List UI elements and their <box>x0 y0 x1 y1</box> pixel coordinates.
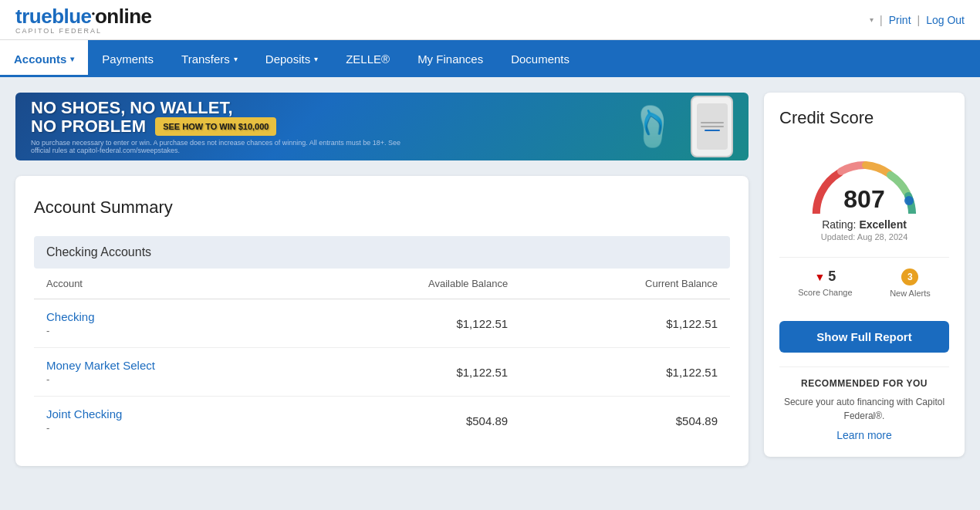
logo-text: trueblue●online <box>15 5 151 29</box>
banner-disclaimer: No purchase necessary to enter or win. A… <box>31 139 401 154</box>
updated-prefix: Updated: <box>821 232 856 241</box>
account-summary-card: Account Summary Checking Accounts Accoun… <box>15 176 749 466</box>
available-balance-2: $504.89 <box>296 397 521 445</box>
nav-arrow-accounts: ▾ <box>70 55 74 63</box>
score-change-number: 5 <box>828 269 836 285</box>
nav-label-my-finances: My Finances <box>417 52 483 66</box>
banner-right: 🩴 <box>629 96 733 157</box>
separator-1: | <box>880 14 883 26</box>
gauge-container: 807 Rating: Excellent Updated: Aug 28, 2… <box>779 140 949 246</box>
account-link-2[interactable]: Joint Checking <box>46 397 296 422</box>
print-link[interactable]: Print <box>889 14 911 26</box>
checking-accounts-header: Checking Accounts <box>34 236 730 269</box>
updated-text: Updated: Aug 28, 2024 <box>821 232 908 241</box>
new-alerts-stat: 3 New Alerts <box>890 269 931 298</box>
nav-label-payments: Payments <box>102 52 154 66</box>
svg-point-0 <box>904 196 914 205</box>
top-actions: ▾ | Print | Log Out <box>870 14 965 26</box>
main-content: NO SHOES, NO WALLET, NO PROBLEM SEE HOW … <box>0 77 980 481</box>
nav-item-deposits[interactable]: Deposits ▾ <box>252 40 332 77</box>
table-row: Money Market Select - $1,122.51 $1,122.5… <box>34 348 730 397</box>
recommended-section: RECOMMENDED FOR YOU Secure your auto fin… <box>779 366 949 441</box>
score-change-value-group: ▼ 5 <box>814 269 836 285</box>
account-link-1[interactable]: Money Market Select <box>46 348 296 373</box>
col-header-account: Account <box>34 269 296 299</box>
nav-item-accounts[interactable]: Accounts ▾ <box>0 40 88 77</box>
nav-label-zelle: ZELLE® <box>346 52 390 66</box>
separator-2: | <box>917 14 921 26</box>
account-sub-2: - <box>46 422 296 444</box>
account-link-0[interactable]: Checking <box>46 299 296 325</box>
col-header-available: Available Balance <box>296 269 521 299</box>
gauge-visual: 807 <box>803 148 926 214</box>
rating-label: Rating: <box>822 218 856 231</box>
new-alerts-label: New Alerts <box>890 289 931 298</box>
credit-score-number: 807 <box>843 185 884 214</box>
nav-label-transfers: Transfers <box>181 52 230 66</box>
score-stats: ▼ 5 Score Change 3 New Alerts <box>779 257 949 309</box>
nav-arrow-transfers: ▾ <box>234 55 238 63</box>
nav-label-deposits: Deposits <box>265 52 310 66</box>
score-change-stat: ▼ 5 Score Change <box>798 269 852 298</box>
credit-score-card: Credit Score <box>764 93 965 457</box>
logout-link[interactable]: Log Out <box>926 14 965 26</box>
left-content: NO SHOES, NO WALLET, NO PROBLEM SEE HOW … <box>15 93 749 466</box>
account-summary-title: Account Summary <box>34 198 730 218</box>
col-header-current: Current Balance <box>520 269 730 299</box>
recommended-title: RECOMMENDED FOR YOU <box>779 378 949 389</box>
updated-date: Aug 28, 2024 <box>857 232 907 241</box>
banner-phone-mockup <box>691 96 733 157</box>
learn-more-link[interactable]: Learn more <box>779 429 949 441</box>
new-alerts-value-group: 3 <box>901 269 918 285</box>
available-balance-0: $1,122.51 <box>296 299 521 348</box>
nav-item-my-finances[interactable]: My Finances <box>404 40 497 77</box>
available-balance-1: $1,122.51 <box>296 348 521 397</box>
banner-icon: 🩴 <box>629 104 677 149</box>
table-row: Joint Checking - $504.89 $504.89 <box>34 397 730 445</box>
rating-value: Excellent <box>859 218 906 231</box>
accounts-table: Account Available Balance Current Balanc… <box>34 269 730 444</box>
credit-rating-text: Rating: Excellent <box>822 218 907 231</box>
down-arrow-icon: ▼ <box>814 271 825 283</box>
current-balance-0: $1,122.51 <box>520 299 730 348</box>
nav-bar: Accounts ▾ Payments Transfers ▾ Deposits… <box>0 40 980 77</box>
account-sub-0: - <box>46 325 296 347</box>
banner-cta[interactable]: SEE HOW TO WIN $10,000 <box>155 117 276 136</box>
recommended-text: Secure your auto financing with Capitol … <box>779 395 949 423</box>
nav-item-zelle[interactable]: ZELLE® <box>332 40 404 77</box>
logo: trueblue●online CAPITOL FEDERAL <box>15 5 151 35</box>
current-balance-2: $504.89 <box>520 397 730 445</box>
nav-label-accounts: Accounts <box>14 52 66 66</box>
promo-banner[interactable]: NO SHOES, NO WALLET, NO PROBLEM SEE HOW … <box>15 93 749 160</box>
user-dropdown[interactable]: ▾ <box>870 15 874 24</box>
nav-arrow-deposits: ▾ <box>314 55 318 63</box>
top-bar: trueblue●online CAPITOL FEDERAL ▾ | Prin… <box>0 0 980 40</box>
credit-score-title: Credit Score <box>779 108 949 128</box>
new-alerts-badge: 3 <box>901 269 918 285</box>
table-row: Checking - $1,122.51 $1,122.51 <box>34 299 730 348</box>
logo-subtitle: CAPITOL FEDERAL <box>15 27 151 35</box>
right-panel: Credit Score <box>764 93 965 466</box>
nav-label-documents: Documents <box>511 52 569 66</box>
show-full-report-button[interactable]: Show Full Report <box>779 321 949 353</box>
nav-item-transfers[interactable]: Transfers ▾ <box>167 40 252 77</box>
banner-text: NO SHOES, NO WALLET, NO PROBLEM SEE HOW … <box>31 99 401 154</box>
nav-item-payments[interactable]: Payments <box>88 40 167 77</box>
banner-headline-1: NO SHOES, NO WALLET, <box>31 99 401 117</box>
current-balance-1: $1,122.51 <box>520 348 730 397</box>
banner-headline-2: NO PROBLEM SEE HOW TO WIN $10,000 <box>31 117 401 136</box>
table-header-row: Account Available Balance Current Balanc… <box>34 269 730 299</box>
score-change-label: Score Change <box>798 288 852 297</box>
account-sub-1: - <box>46 373 296 396</box>
nav-item-documents[interactable]: Documents <box>497 40 583 77</box>
